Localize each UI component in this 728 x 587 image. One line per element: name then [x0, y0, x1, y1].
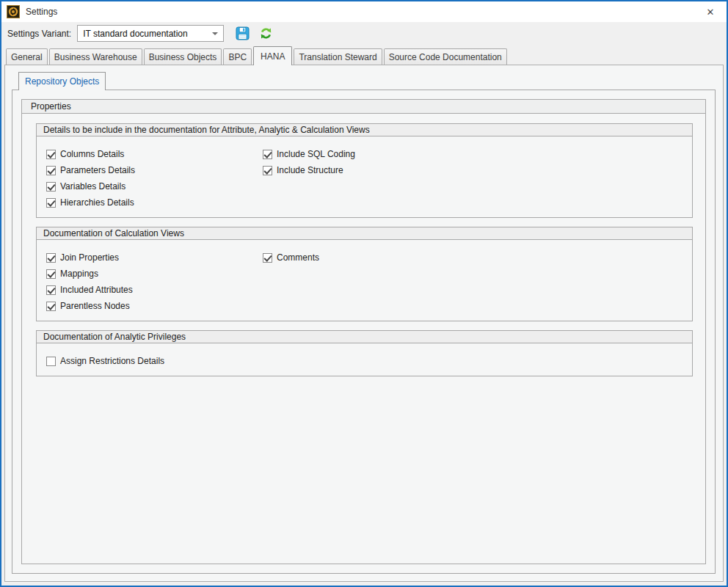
titlebar: Settings ✕	[1, 1, 727, 22]
group-right-column: Include SQL Coding Include Structure	[263, 146, 692, 211]
group-right-column	[263, 353, 692, 369]
group-attribute-analytic-calculation-views: Details to be include in the documentati…	[36, 123, 693, 218]
tab-label: Translation Steward	[299, 52, 376, 62]
group-left-column: Columns Details Parameters Details Varia…	[46, 146, 263, 211]
repository-objects-page: Properties Details to be include in the …	[12, 90, 716, 574]
group-right-column: Comments	[263, 249, 692, 314]
tab-label: Business Objects	[149, 52, 217, 62]
parentless-nodes-checkbox[interactable]	[46, 302, 56, 311]
hana-tabpage: Repository Objects Properties Details to…	[4, 65, 724, 582]
checkbox-row-hierarchies-details: Hierarchies Details	[46, 194, 263, 211]
checkbox-label: Parameters Details	[60, 165, 135, 175]
toolbar: Settings Variant: IT standard documentat…	[1, 22, 727, 45]
group-title: Documentation of Analytic Privileges	[43, 332, 186, 342]
chevron-down-icon	[212, 32, 218, 35]
join-properties-checkbox[interactable]	[46, 253, 56, 263]
group-title: Details to be include in the documentati…	[43, 125, 370, 135]
group-left-column: Assign Restrictions Details	[46, 353, 263, 369]
tab-bpc[interactable]: BPC	[223, 48, 252, 65]
checkbox-label: Parentless Nodes	[60, 301, 130, 311]
tab-label: HANA	[261, 51, 285, 62]
close-icon: ✕	[707, 7, 715, 18]
save-variant-button[interactable]	[236, 26, 250, 40]
variables-details-checkbox[interactable]	[46, 182, 56, 192]
checkbox-row-include-structure: Include Structure	[263, 162, 692, 178]
columns-details-checkbox[interactable]	[46, 150, 56, 159]
group-calculation-views: Documentation of Calculation Views Join …	[36, 227, 693, 321]
group-title: Documentation of Calculation Views	[43, 228, 184, 238]
group-header: Documentation of Calculation Views	[37, 227, 692, 240]
checkbox-label: Join Properties	[60, 252, 119, 263]
group-body: Join Properties Mappings Included Attrib…	[37, 240, 692, 321]
group-body: Assign Restrictions Details	[37, 343, 692, 376]
tab-label: General	[11, 52, 43, 62]
properties-groupbox: Properties Details to be include in the …	[21, 99, 706, 564]
refresh-variants-button[interactable]	[259, 26, 273, 40]
subtab-repository-objects[interactable]: Repository Objects	[18, 72, 106, 90]
settings-variant-label: Settings Variant:	[7, 29, 71, 39]
tab-general[interactable]: General	[6, 48, 48, 65]
checkbox-row-comments: Comments	[263, 249, 692, 266]
hierarchies-details-checkbox[interactable]	[46, 198, 56, 208]
checkbox-row-variables-details: Variables Details	[46, 178, 263, 194]
properties-body: Details to be include in the documentati…	[22, 114, 705, 385]
assign-restrictions-details-checkbox[interactable]	[46, 357, 56, 366]
tab-translation-steward[interactable]: Translation Steward	[294, 48, 382, 65]
tab-label: BPC	[228, 52, 247, 62]
close-button[interactable]: ✕	[694, 1, 727, 22]
properties-title: Properties	[31, 101, 71, 112]
tab-label: Source Code Documentation	[389, 52, 502, 62]
group-header: Details to be include in the documentati…	[37, 124, 692, 136]
comments-checkbox[interactable]	[263, 253, 272, 263]
checkbox-row-columns-details: Columns Details	[46, 146, 263, 162]
checkbox-label: Include SQL Coding	[277, 149, 355, 159]
checkbox-row-mappings: Mappings	[46, 266, 263, 282]
checkbox-row-assign-restrictions-details: Assign Restrictions Details	[46, 353, 263, 369]
checkbox-label: Columns Details	[60, 149, 124, 159]
checkbox-row-join-properties: Join Properties	[46, 249, 263, 266]
tab-hana[interactable]: HANA	[253, 46, 292, 65]
checkbox-label: Variables Details	[60, 181, 125, 192]
parameters-details-checkbox[interactable]	[46, 166, 56, 175]
subtab-label: Repository Objects	[25, 76, 99, 87]
sub-tabstrip: Repository Objects	[5, 65, 723, 90]
tab-label: Business Warehouse	[54, 52, 137, 62]
checkbox-label: Assign Restrictions Details	[60, 356, 164, 366]
group-left-column: Join Properties Mappings Included Attrib…	[46, 249, 263, 314]
refresh-icon	[259, 26, 273, 40]
settings-window: Settings ✕ Settings Variant: IT standard…	[0, 0, 728, 587]
settings-variant-value: IT standard documentation	[83, 29, 208, 39]
app-logo-icon	[7, 5, 20, 18]
mappings-checkbox[interactable]	[46, 269, 56, 279]
checkbox-label: Hierarchies Details	[60, 197, 134, 208]
group-header: Documentation of Analytic Privileges	[37, 331, 692, 343]
checkbox-label: Mappings	[60, 269, 98, 279]
main-tabstrip: General Business Warehouse Business Obje…	[1, 45, 727, 65]
tab-source-code-documentation[interactable]: Source Code Documentation	[384, 48, 507, 65]
include-sql-coding-checkbox[interactable]	[263, 150, 272, 159]
checkbox-row-include-sql-coding: Include SQL Coding	[263, 146, 692, 162]
checkbox-label: Included Attributes	[60, 285, 133, 295]
checkbox-label: Comments	[277, 252, 319, 263]
tab-business-warehouse[interactable]: Business Warehouse	[49, 48, 142, 65]
settings-variant-combobox[interactable]: IT standard documentation	[77, 25, 224, 42]
included-attributes-checkbox[interactable]	[46, 285, 56, 295]
properties-header: Properties	[22, 100, 705, 114]
window-title: Settings	[26, 7, 57, 17]
checkbox-row-included-attributes: Included Attributes	[46, 282, 263, 298]
tab-business-objects[interactable]: Business Objects	[144, 48, 222, 65]
checkbox-row-parentless-nodes: Parentless Nodes	[46, 298, 263, 314]
include-structure-checkbox[interactable]	[263, 166, 272, 175]
group-analytic-privileges: Documentation of Analytic Privileges Ass…	[36, 330, 693, 376]
save-icon	[236, 26, 250, 40]
checkbox-row-parameters-details: Parameters Details	[46, 162, 263, 178]
checkbox-label: Include Structure	[277, 165, 343, 175]
group-body: Columns Details Parameters Details Varia…	[37, 136, 692, 217]
